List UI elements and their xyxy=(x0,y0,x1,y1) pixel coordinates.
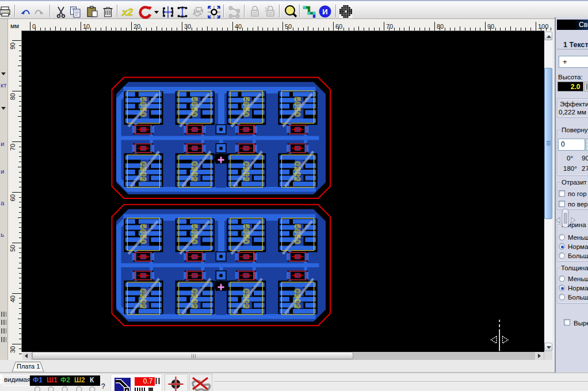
svg-text:5050: 5050 xyxy=(139,288,148,309)
svg-text:50: 50 xyxy=(9,244,16,251)
svg-text:90: 90 xyxy=(9,42,16,49)
svg-text:30: 30 xyxy=(9,346,16,352)
svg-text:5050: 5050 xyxy=(190,288,199,309)
svg-text:40: 40 xyxy=(9,295,16,302)
svg-text:70: 70 xyxy=(386,23,393,30)
svg-text:5050: 5050 xyxy=(139,224,148,245)
svg-text:20: 20 xyxy=(133,23,140,30)
svg-text:50: 50 xyxy=(285,23,292,30)
svg-text:5050: 5050 xyxy=(293,161,302,182)
svg-text:90: 90 xyxy=(487,23,494,30)
svg-text:5050: 5050 xyxy=(242,97,251,117)
svg-text:5050: 5050 xyxy=(190,224,199,245)
svg-text:5050: 5050 xyxy=(242,288,251,309)
svg-text:80: 80 xyxy=(9,93,16,99)
svg-text:5050: 5050 xyxy=(190,97,199,117)
svg-text:5050: 5050 xyxy=(190,161,199,182)
svg-text:60: 60 xyxy=(335,23,342,30)
svg-text:10: 10 xyxy=(83,23,90,30)
svg-text:60: 60 xyxy=(9,194,16,201)
svg-text:5050: 5050 xyxy=(242,161,251,182)
svg-text:5050: 5050 xyxy=(242,224,251,245)
svg-text:40: 40 xyxy=(235,23,242,30)
svg-text:70: 70 xyxy=(9,143,16,150)
svg-text:5050: 5050 xyxy=(293,97,302,117)
svg-text:80: 80 xyxy=(437,23,444,30)
svg-text:5050: 5050 xyxy=(139,97,148,117)
svg-text:x2: x2 xyxy=(121,7,133,18)
svg-text:30: 30 xyxy=(184,23,191,30)
svg-text:5050: 5050 xyxy=(293,288,302,309)
svg-text:5050: 5050 xyxy=(139,161,148,182)
svg-text:5050: 5050 xyxy=(293,224,302,245)
svg-text:И: И xyxy=(322,7,327,16)
svg-text:100: 100 xyxy=(538,23,548,30)
